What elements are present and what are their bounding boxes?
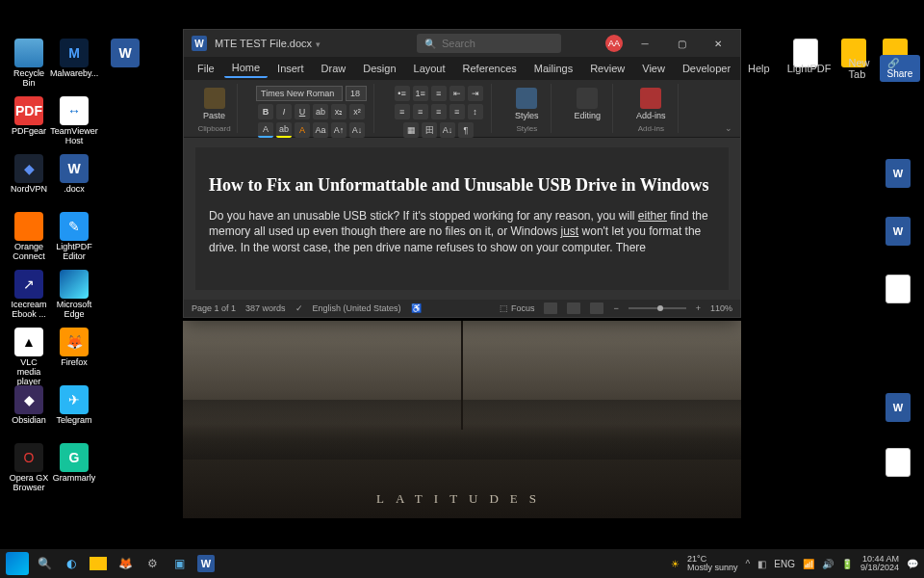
desktop-icon-opera-gx-browser[interactable]: OOpera GX Browser [8, 443, 50, 493]
show-marks-button[interactable]: ¶ [458, 122, 474, 138]
volume-icon[interactable]: 🔊 [822, 559, 834, 569]
superscript-button[interactable]: x² [349, 104, 365, 119]
desktop-icon-orange-connect[interactable]: Orange Connect [8, 212, 50, 262]
menu-insert[interactable]: Insert [270, 60, 312, 77]
strike-button[interactable]: ab [313, 104, 328, 119]
maximize-button[interactable]: ▢ [667, 34, 696, 53]
menu-file[interactable]: File [190, 60, 222, 77]
menu-design[interactable]: Design [355, 60, 403, 77]
desktop-icon-vlc-media-player[interactable]: ▲VLC media player [8, 328, 50, 387]
align-center-button[interactable]: ≡ [413, 104, 428, 119]
styles-button[interactable]: Styles [509, 86, 545, 122]
paste-button[interactable]: Paste [197, 86, 231, 122]
shrink-font-button[interactable]: A↓ [349, 122, 365, 138]
collapse-ribbon-button[interactable]: ⌄ [725, 123, 732, 133]
clock[interactable]: 10:44 AM 9/18/2024 [860, 555, 899, 572]
desktop-file-icon[interactable]: W [886, 217, 911, 246]
numbering-button[interactable]: 1≡ [413, 86, 428, 101]
menu-home[interactable]: Home [224, 59, 268, 78]
menu-new-tab[interactable]: New Tab [841, 54, 878, 83]
bold-button[interactable]: B [258, 104, 273, 119]
line-spacing-button[interactable]: ↕ [468, 104, 483, 119]
document-area[interactable]: How to Fix an Unformattable and Unusable… [184, 138, 740, 300]
desktop-icon-teamviewer-host[interactable]: ↔TeamViewer Host [53, 96, 95, 146]
menu-help[interactable]: Help [740, 60, 778, 77]
align-right-button[interactable]: ≡ [431, 104, 447, 119]
desktop-file-icon[interactable] [886, 275, 911, 303]
battery-icon[interactable]: 🔋 [841, 559, 853, 569]
task-view-button[interactable]: ◐ [60, 552, 83, 575]
menu-lightpdf[interactable]: LightPDF [780, 60, 839, 77]
taskbar-search-button[interactable]: 🔍 [33, 552, 56, 575]
justify-button[interactable]: ≡ [449, 104, 465, 119]
zoom-out-button[interactable]: − [613, 303, 618, 313]
firefox-taskbar[interactable]: 🦊 [114, 552, 137, 575]
desktop-icon-lightpdf-editor[interactable]: ✎LightPDF Editor [53, 212, 95, 262]
grow-font-button[interactable]: A↑ [331, 122, 346, 138]
highlight-button[interactable]: ab [276, 122, 292, 138]
language-indicator[interactable]: ENG [774, 559, 795, 569]
desktop-file-icon[interactable] [886, 448, 911, 477]
desktop-icon-nordvpn[interactable]: ◆NordVPN [8, 154, 50, 195]
read-mode-button[interactable] [544, 302, 557, 314]
decrease-indent-button[interactable]: ⇤ [449, 86, 465, 101]
document-page[interactable]: How to Fix an Unformattable and Unusable… [195, 147, 729, 290]
desktop-icon-obsidian[interactable]: ◆Obsidian [8, 385, 50, 426]
desktop-file-icon[interactable]: W [886, 393, 911, 422]
multilevel-button[interactable]: ≡ [431, 86, 447, 101]
menu-layout[interactable]: Layout [406, 60, 453, 77]
notifications-icon[interactable]: 💬 [907, 559, 918, 569]
accessibility-icon[interactable]: ♿ [411, 303, 422, 313]
zoom-in-button[interactable]: + [696, 303, 701, 313]
app-taskbar[interactable]: ▣ [167, 552, 191, 575]
desktop-icon-firefox[interactable]: 🦊Firefox [53, 328, 95, 368]
desktop-icon--docx[interactable]: W.docx [53, 154, 95, 195]
zoom-level[interactable]: 110% [710, 303, 732, 313]
menu-mailings[interactable]: Mailings [526, 60, 580, 77]
desktop-icon-grammarly[interactable]: GGrammarly [53, 443, 95, 484]
tray-app-icon[interactable]: ◧ [757, 559, 766, 569]
font-family-select[interactable]: Times New Roman [256, 86, 343, 101]
align-left-button[interactable]: ≡ [395, 104, 410, 119]
font-color-button[interactable]: A [258, 122, 273, 138]
zoom-slider[interactable] [629, 307, 686, 309]
share-button[interactable]: 🔗 Share [880, 55, 921, 82]
spell-check-icon[interactable]: ✓ [295, 303, 303, 313]
wifi-icon[interactable]: 📶 [803, 559, 814, 569]
document-filename[interactable]: MTE TEST File.docx [215, 38, 321, 49]
bullets-button[interactable]: •≡ [395, 86, 410, 101]
menu-draw[interactable]: Draw [314, 60, 354, 77]
search-box[interactable]: 🔍 [417, 34, 561, 53]
desktop-icon-microsoft-edge[interactable]: Microsoft Edge [53, 270, 95, 320]
italic-button[interactable]: I [276, 104, 292, 119]
print-layout-button[interactable] [567, 302, 580, 314]
text-effects-button[interactable]: A [295, 122, 310, 138]
tray-chevron-icon[interactable]: ^ [746, 559, 751, 569]
change-case-button[interactable]: Aa [313, 122, 328, 138]
font-size-select[interactable]: 18 [346, 86, 367, 101]
subscript-button[interactable]: x₂ [331, 104, 346, 119]
close-button[interactable]: ✕ [704, 34, 732, 53]
desktop-icon-telegram[interactable]: ✈Telegram [53, 385, 95, 426]
titlebar[interactable]: W MTE TEST File.docx 🔍 AA ─ ▢ ✕ [184, 30, 740, 57]
weather-widget[interactable]: 21°C Mostly sunny [687, 555, 738, 572]
menu-review[interactable]: Review [582, 60, 632, 77]
desktop-icon-malwareby-[interactable]: MMalwareby... [53, 39, 95, 79]
editing-button[interactable]: Editing [569, 86, 607, 122]
start-button[interactable] [6, 552, 29, 575]
menu-developer[interactable]: Developer [675, 60, 738, 77]
underline-button[interactable]: U [295, 104, 310, 119]
search-input[interactable] [442, 38, 553, 49]
user-badge[interactable]: AA [605, 35, 623, 52]
desktop-icon-icecream-ebook-[interactable]: ↗Icecream Ebook ... [8, 270, 50, 320]
weather-icon[interactable]: ☀ [671, 559, 680, 569]
language-status[interactable]: English (United States) [313, 303, 401, 313]
settings-taskbar[interactable]: ⚙ [141, 552, 164, 575]
desktop-icon-word-file[interactable]: W [104, 39, 146, 67]
minimize-button[interactable]: ─ [630, 34, 659, 53]
desktop-icon-recycle-bin[interactable]: Recycle Bin [8, 39, 50, 89]
word-count[interactable]: 387 words [245, 303, 286, 313]
shading-button[interactable]: ▦ [403, 122, 419, 138]
focus-mode-button[interactable]: ⬚ Focus [500, 303, 534, 313]
menu-references[interactable]: References [455, 60, 525, 77]
